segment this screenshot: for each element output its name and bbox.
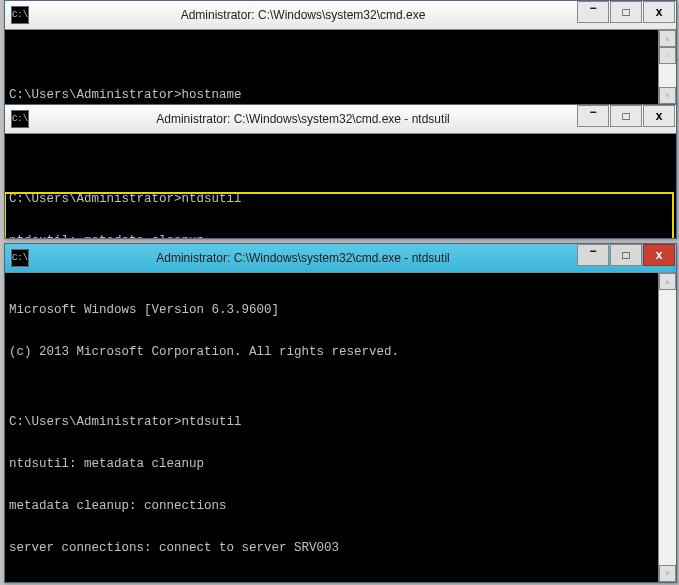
console-line: (c) 2013 Microsoft Corporation. All righ… [9,345,656,359]
scroll-up-button[interactable]: ▲ [659,30,676,47]
scrollbar: ▲ ≡ ▼ [658,30,676,104]
console-line: metadata cleanup: connections [9,499,656,513]
scroll-down-button[interactable]: ▼ [659,87,676,104]
titlebar[interactable]: C:\ Administrator: C:\Windows\system32\c… [5,244,676,273]
titlebar[interactable]: C:\ Administrator: C:\Windows\system32\c… [5,105,676,134]
scrollbar: ▲ ▼ [658,273,676,582]
close-button[interactable]: x [643,105,675,127]
console-area[interactable]: Microsoft Windows [Version 6.3.9600] (c)… [5,273,676,582]
window-controls: − □ x [577,244,676,272]
window-title: Administrator: C:\Windows\system32\cmd.e… [29,251,577,265]
minimize-button[interactable]: − [577,1,609,23]
window-controls: − □ x [577,1,676,29]
console-area[interactable]: C:\Users\Administrator>ntdsutil ntdsutil… [5,134,676,238]
cmd-window-2: C:\ Administrator: C:\Windows\system32\c… [4,104,677,239]
scroll-down-button[interactable]: ▼ [659,565,676,582]
console-line: server connections: connect to server SR… [9,541,656,555]
console-line: ntdsutil: metadata cleanup [9,457,656,471]
close-button[interactable]: x [643,244,675,266]
close-button[interactable]: x [643,1,675,23]
minimize-button[interactable]: − [577,244,609,266]
window-controls: − □ x [577,105,676,133]
console-line: C:\Users\Administrator>ntdsutil [9,415,656,429]
titlebar[interactable]: C:\ Administrator: C:\Windows\system32\c… [5,1,676,30]
window-title: Administrator: C:\Windows\system32\cmd.e… [29,8,577,22]
scroll-track[interactable] [659,64,676,87]
maximize-button[interactable]: □ [610,244,642,266]
scroll-track[interactable] [659,290,676,565]
console-line: C:\Users\Administrator>ntdsutil [9,192,674,206]
console-line: ntdsutil: metadata cleanup [9,234,674,238]
cmd-icon: C:\ [11,6,29,24]
scroll-up-button[interactable]: ▲ [659,273,676,290]
console-line: C:\Users\Administrator>hostname [9,88,656,102]
scroll-grip-icon[interactable]: ≡ [659,47,676,64]
window-title: Administrator: C:\Windows\system32\cmd.e… [29,112,577,126]
minimize-button[interactable]: − [577,105,609,127]
maximize-button[interactable]: □ [610,1,642,23]
cmd-window-3: C:\ Administrator: C:\Windows\system32\c… [4,243,677,583]
cmd-window-1: C:\ Administrator: C:\Windows\system32\c… [4,0,677,105]
console-area[interactable]: C:\Users\Administrator>hostname SRV001 C… [5,30,676,104]
maximize-button[interactable]: □ [610,105,642,127]
cmd-icon: C:\ [11,110,29,128]
console-line: Microsoft Windows [Version 6.3.9600] [9,303,656,317]
cmd-icon: C:\ [11,249,29,267]
